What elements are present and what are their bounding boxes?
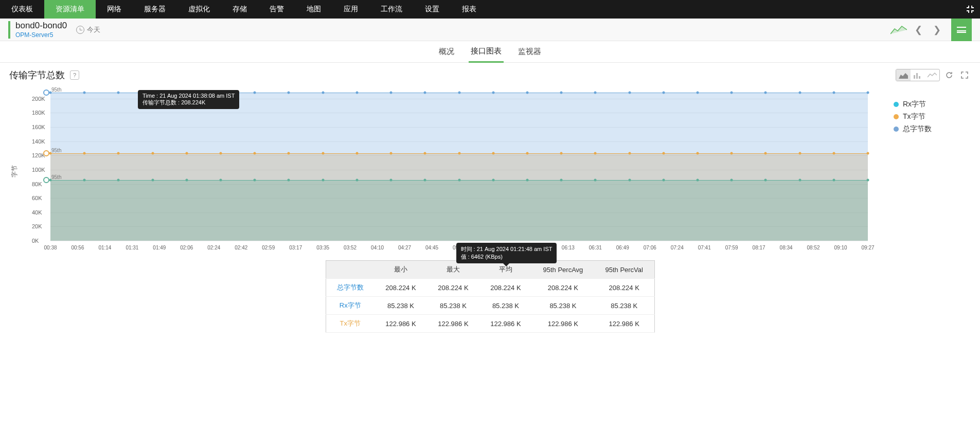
chart-thumbnail-icon[interactable] <box>890 25 907 35</box>
stats-header: 95th PercVal <box>594 261 654 279</box>
tooltip1-line2: 传输字节总数 : 208.224K <box>142 99 235 106</box>
x-tick: 07:41 <box>698 245 711 250</box>
row-label[interactable]: Tx字节 <box>326 315 375 333</box>
nav-item-10[interactable]: 设置 <box>414 0 451 19</box>
fullscreen-icon[interactable] <box>958 69 971 81</box>
tab-0[interactable]: 概况 <box>437 41 456 63</box>
tooltip2-line2: 值 : 6462 (KBps) <box>461 253 553 261</box>
page-title: bond0-bond0 <box>15 21 67 31</box>
table-tooltip: 时间 : 21 Aug 2024 01:21:48 am IST 值 : 646… <box>456 243 557 263</box>
nav-item-7[interactable]: 地图 <box>295 0 332 19</box>
legend-dot-icon <box>894 102 899 107</box>
p95-label: 95th <box>51 148 61 153</box>
x-tick: 02:42 <box>235 245 247 250</box>
y-tick: 60K <box>32 195 42 201</box>
tab-2[interactable]: 监视器 <box>516 41 543 63</box>
stat-cell: 122.986 K <box>532 315 594 333</box>
chart-card: 传输字节总数 ? 字节 0K20K40K60K80K100K120K140K16… <box>9 67 971 333</box>
y-tick: 0K <box>32 238 39 244</box>
top-nav: 仪表板资源清单网络服务器虚拟化存储告警地图应用工作流设置报表 <box>0 0 980 19</box>
legend-item-2[interactable]: 总字节数 <box>894 124 971 134</box>
row-label[interactable]: Rx字节 <box>326 297 375 315</box>
x-tick: 03:35 <box>316 245 329 250</box>
legend-item-0[interactable]: Rx字节 <box>894 100 971 109</box>
x-tick: 07:59 <box>725 245 738 250</box>
server-link[interactable]: OPM-Server5 <box>15 31 67 39</box>
x-tick: 03:52 <box>344 245 357 250</box>
table-row: 总字节数208.224 K208.224 K208.224 K208.224 K… <box>326 279 654 297</box>
legend-dot-icon <box>894 114 899 119</box>
stat-cell: 208.224 K <box>479 279 532 297</box>
card-title: 传输字节总数 <box>9 69 65 81</box>
x-tick: 08:52 <box>807 245 820 250</box>
row-label[interactable]: 总字节数 <box>326 279 375 297</box>
stat-cell: 85.238 K <box>375 297 427 315</box>
prev-arrow[interactable]: ❮ <box>911 23 925 37</box>
x-tick: 07:06 <box>644 245 656 250</box>
x-tick: 07:24 <box>671 245 684 250</box>
stats-table: 最小最大平均95th PercAvg95th PercVal总字节数208.22… <box>326 260 655 333</box>
tab-1[interactable]: 接口图表 <box>469 41 504 63</box>
stat-cell: 122.986 K <box>479 315 532 333</box>
stat-cell: 85.238 K <box>479 297 532 315</box>
bar-chart-icon[interactable] <box>911 69 925 81</box>
x-tick: 01:14 <box>98 245 111 250</box>
nav-item-0[interactable]: 仪表板 <box>0 0 44 19</box>
stat-cell: 122.986 K <box>375 315 427 333</box>
next-arrow[interactable]: ❯ <box>930 23 944 37</box>
y-tick: 200K <box>32 96 45 102</box>
nav-item-8[interactable]: 应用 <box>332 0 369 19</box>
x-tick: 02:59 <box>262 245 275 250</box>
x-tick: 08:17 <box>753 245 765 250</box>
area-chart-icon[interactable] <box>896 69 911 81</box>
x-tick: 09:10 <box>834 245 847 250</box>
time-range-label: 今天 <box>87 25 100 34</box>
reload-icon[interactable] <box>943 69 955 81</box>
y-axis-label: 字节 <box>10 165 19 177</box>
x-tick: 02:24 <box>207 245 220 250</box>
svg-rect-3 <box>919 76 920 79</box>
x-tick: 04:10 <box>371 245 384 250</box>
nav-item-4[interactable]: 虚拟化 <box>177 0 221 19</box>
nav-item-9[interactable]: 工作流 <box>369 0 414 19</box>
legend-item-1[interactable]: Tx字节 <box>894 112 971 121</box>
nav-item-11[interactable]: 报表 <box>451 0 488 19</box>
nav-item-5[interactable]: 存储 <box>221 0 258 19</box>
y-tick: 160K <box>32 124 45 130</box>
time-range-picker[interactable]: 今天 <box>76 25 100 34</box>
p95-marker <box>43 177 49 183</box>
area-Rx字节 <box>50 180 868 241</box>
x-tick: 06:13 <box>562 245 575 250</box>
nav-item-6[interactable]: 告警 <box>258 0 295 19</box>
tooltip2-line1: 时间 : 21 Aug 2024 01:21:48 am IST <box>461 245 553 253</box>
y-tick: 20K <box>32 223 42 229</box>
nav-item-2[interactable]: 网络 <box>96 0 133 19</box>
y-tick: 80K <box>32 181 42 187</box>
y-tick: 180K <box>32 110 45 116</box>
menu-button[interactable] <box>951 19 972 41</box>
help-icon[interactable]: ? <box>70 70 79 80</box>
stat-cell: 208.224 K <box>375 279 427 297</box>
x-tick: 06:31 <box>589 245 602 250</box>
compress-icon[interactable] <box>966 0 975 19</box>
stats-header: 最小 <box>375 261 427 279</box>
stats-header <box>326 261 375 279</box>
p95-label: 95th <box>51 87 61 93</box>
svg-rect-1 <box>914 75 915 79</box>
page-subheader: bond0-bond0 OPM-Server5 今天 ❮ ❯ <box>0 19 980 41</box>
stat-cell: 208.224 K <box>427 279 479 297</box>
chart-legend: Rx字节Tx字节总字节数 <box>878 86 971 256</box>
svg-marker-0 <box>899 73 908 79</box>
svg-rect-2 <box>916 73 918 79</box>
clock-icon <box>76 26 84 34</box>
stat-cell: 85.238 K <box>594 297 654 315</box>
x-tick: 06:49 <box>616 245 629 250</box>
x-tick: 04:27 <box>398 245 411 250</box>
x-tick: 09:27 <box>861 245 874 250</box>
table-row: Rx字节85.238 K85.238 K85.238 K85.238 K85.2… <box>326 297 654 315</box>
nav-item-3[interactable]: 服务器 <box>133 0 177 19</box>
nav-item-1[interactable]: 资源清单 <box>44 0 96 19</box>
chart-type-group <box>896 69 940 81</box>
line-chart-icon[interactable] <box>925 69 939 81</box>
chart-plot[interactable]: 字节 0K20K40K60K80K100K120K140K160K180K200… <box>9 86 878 256</box>
